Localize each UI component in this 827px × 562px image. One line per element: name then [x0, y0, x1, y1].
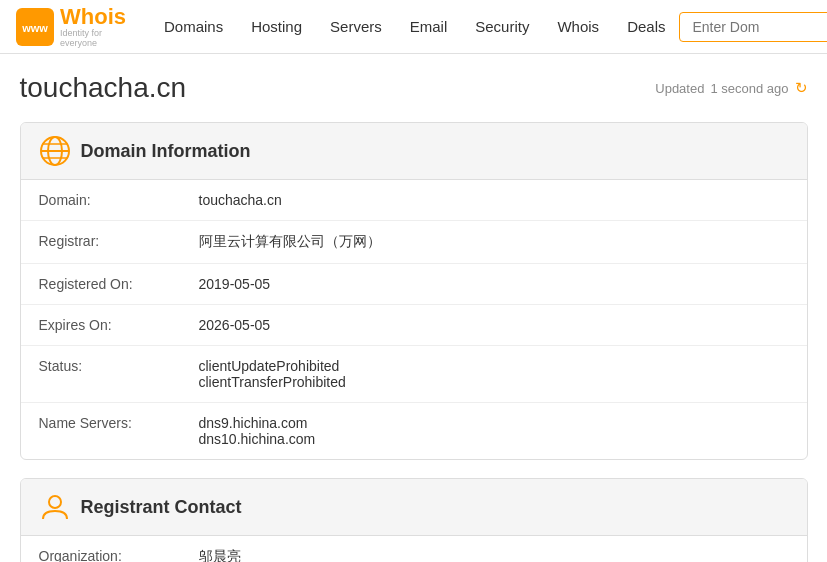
row-value: dns9.hichina.comdns10.hichina.com [181, 403, 807, 460]
logo-whois-label: Whois [60, 5, 126, 29]
domain-info-card-header: Domain Information [21, 123, 807, 180]
header: www Whois Identity for everyone Domains … [0, 0, 827, 54]
logo-tagline-label: Identity for everyone [60, 29, 126, 49]
row-label: Domain: [21, 180, 181, 221]
registrant-contact-table: Organization:邬晨亮 [21, 536, 807, 562]
row-label: Organization: [21, 536, 181, 562]
registrant-contact-card: Registrant Contact Organization:邬晨亮 [20, 478, 808, 562]
nav-item-servers[interactable]: Servers [316, 0, 396, 54]
row-value: clientUpdateProhibitedclientTransferProh… [181, 346, 807, 403]
registrant-contact-card-title: Registrant Contact [81, 497, 242, 518]
table-row: Registered On:2019-05-05 [21, 264, 807, 305]
registrant-contact-card-header: Registrant Contact [21, 479, 807, 536]
table-row: Status:clientUpdateProhibitedclientTrans… [21, 346, 807, 403]
row-label: Expires On: [21, 305, 181, 346]
row-label: Registrar: [21, 221, 181, 264]
updated-label: Updated [655, 81, 704, 96]
nav-item-email[interactable]: Email [396, 0, 462, 54]
table-row: Name Servers:dns9.hichina.comdns10.hichi… [21, 403, 807, 460]
search-input[interactable] [679, 12, 827, 42]
logo-text: Whois Identity for everyone [60, 5, 126, 49]
table-row: Registrar:阿里云计算有限公司（万网） [21, 221, 807, 264]
row-value: 2026-05-05 [181, 305, 807, 346]
row-value: touchacha.cn [181, 180, 807, 221]
domain-title-row: touchacha.cn Updated 1 second ago ↻ [20, 72, 808, 104]
person-icon [39, 491, 71, 523]
row-value: 2019-05-05 [181, 264, 807, 305]
row-label: Status: [21, 346, 181, 403]
svg-point-7 [49, 496, 61, 508]
domain-info-table: Domain:touchacha.cnRegistrar:阿里云计算有限公司（万… [21, 180, 807, 459]
nav-item-domains[interactable]: Domains [150, 0, 237, 54]
page-content: touchacha.cn Updated 1 second ago ↻ Doma… [4, 54, 824, 562]
main-nav: Domains Hosting Servers Email Security W… [150, 0, 679, 54]
row-label: Name Servers: [21, 403, 181, 460]
table-row: Organization:邬晨亮 [21, 536, 807, 562]
row-value: 阿里云计算有限公司（万网） [181, 221, 807, 264]
logo-icon: www [16, 8, 54, 46]
table-row: Expires On:2026-05-05 [21, 305, 807, 346]
refresh-icon[interactable]: ↻ [795, 79, 808, 97]
updated-row: Updated 1 second ago ↻ [655, 79, 807, 97]
logo[interactable]: www Whois Identity for everyone [16, 5, 126, 49]
nav-item-deals[interactable]: Deals [613, 0, 679, 54]
domain-info-card: Domain Information Domain:touchacha.cnRe… [20, 122, 808, 460]
table-row: Domain:touchacha.cn [21, 180, 807, 221]
nav-item-hosting[interactable]: Hosting [237, 0, 316, 54]
nav-item-whois[interactable]: Whois [543, 0, 613, 54]
row-value: 邬晨亮 [181, 536, 807, 562]
nav-item-security[interactable]: Security [461, 0, 543, 54]
www-icon [39, 135, 71, 167]
updated-time: 1 second ago [710, 81, 788, 96]
svg-text:www: www [21, 22, 48, 34]
domain-title: touchacha.cn [20, 72, 187, 104]
domain-info-card-title: Domain Information [81, 141, 251, 162]
row-label: Registered On: [21, 264, 181, 305]
